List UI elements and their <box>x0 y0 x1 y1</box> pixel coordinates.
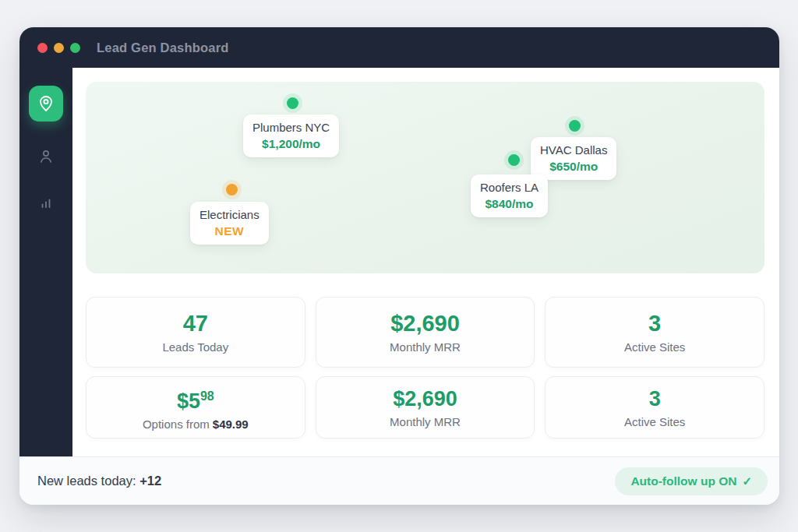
sidebar-item-map[interactable] <box>29 86 63 122</box>
stat-card-options-price: $598 Options from$49.99 <box>86 376 305 439</box>
leads-map: Plumbers NYC $1,200/mo HVAC Dallas $650/… <box>86 82 764 273</box>
window-controls <box>37 43 80 53</box>
pin-value: $1,200/mo <box>252 136 330 152</box>
pin-value: $650/mo <box>540 158 607 174</box>
stat-value: $598 <box>177 385 214 413</box>
minimize-icon[interactable] <box>54 43 64 53</box>
stat-label: Monthly MRR <box>390 340 461 354</box>
stat-value: $2,690 <box>393 387 457 410</box>
map-label-plumbers[interactable]: Plumbers NYC $1,200/mo <box>243 115 339 157</box>
new-leads-status: New leads today: +12 <box>37 474 161 488</box>
stats-row-2: $598 Options from$49.99 $2,690 Monthly M… <box>86 376 764 439</box>
map-pin-dot-plumbers[interactable] <box>287 97 298 109</box>
pin-name: HVAC Dallas <box>540 143 607 158</box>
map-pin-icon <box>37 94 55 113</box>
sidebar-item-contacts[interactable] <box>29 139 63 174</box>
stat-value: 47 <box>183 311 208 336</box>
close-icon[interactable] <box>37 43 48 53</box>
check-icon: ✓ <box>742 474 752 488</box>
stat-label: Monthly MRR <box>390 415 461 428</box>
stat-value: $2,690 <box>390 311 460 336</box>
stats-row-1: 47 Leads Today $2,690 Monthly MRR 3 Acti… <box>86 297 764 368</box>
pin-name: Electricians <box>200 207 260 223</box>
pin-name: Plumbers NYC <box>252 120 330 136</box>
map-label-hvac[interactable]: HVAC Dallas $650/mo <box>531 137 616 180</box>
stat-label: Active Sites <box>624 415 685 428</box>
new-leads-count: +12 <box>139 474 161 488</box>
map-label-electricians[interactable]: Electricians NEW <box>190 202 269 245</box>
footer-bar: New leads today: +12 Auto-follow up ON ✓ <box>19 456 779 505</box>
bar-chart-icon <box>37 194 55 213</box>
map-label-roofers[interactable]: Roofers LA $840/mo <box>471 174 548 217</box>
stat-label: Leads Today <box>162 340 228 354</box>
stat-card-monthly-mrr-2: $2,690 Monthly MRR <box>316 376 535 439</box>
sidebar <box>19 68 72 456</box>
titlebar: Lead Gen Dashboard <box>19 27 779 68</box>
main-content: Plumbers NYC $1,200/mo HVAC Dallas $650/… <box>72 68 779 456</box>
stat-label: Options from$49.99 <box>143 417 249 431</box>
map-pin-dot-electricians[interactable] <box>226 184 238 196</box>
maximize-icon[interactable] <box>70 43 80 53</box>
pin-status-new: NEW <box>200 223 260 239</box>
stat-card-active-sites-2: 3 Active Sites <box>545 376 764 439</box>
pin-value: $840/mo <box>480 196 538 212</box>
sidebar-item-analytics[interactable] <box>29 185 63 221</box>
pin-name: Roofers LA <box>480 180 538 196</box>
app-window: Lead Gen Dashboard <box>19 27 779 505</box>
person-icon <box>37 147 55 166</box>
stat-value: 3 <box>648 311 661 336</box>
map-pin-dot-roofers[interactable] <box>508 154 520 166</box>
map-pin-dot-hvac[interactable] <box>569 120 581 132</box>
stat-value: 3 <box>649 387 661 410</box>
stat-card-active-sites: 3 Active Sites <box>545 297 764 368</box>
window-title: Lead Gen Dashboard <box>97 41 229 55</box>
stat-card-leads-today: 47 Leads Today <box>86 297 305 368</box>
stat-card-monthly-mrr: $2,690 Monthly MRR <box>316 297 535 368</box>
auto-follow-up-button[interactable]: Auto-follow up ON ✓ <box>615 467 768 495</box>
stat-label: Active Sites <box>624 340 685 354</box>
